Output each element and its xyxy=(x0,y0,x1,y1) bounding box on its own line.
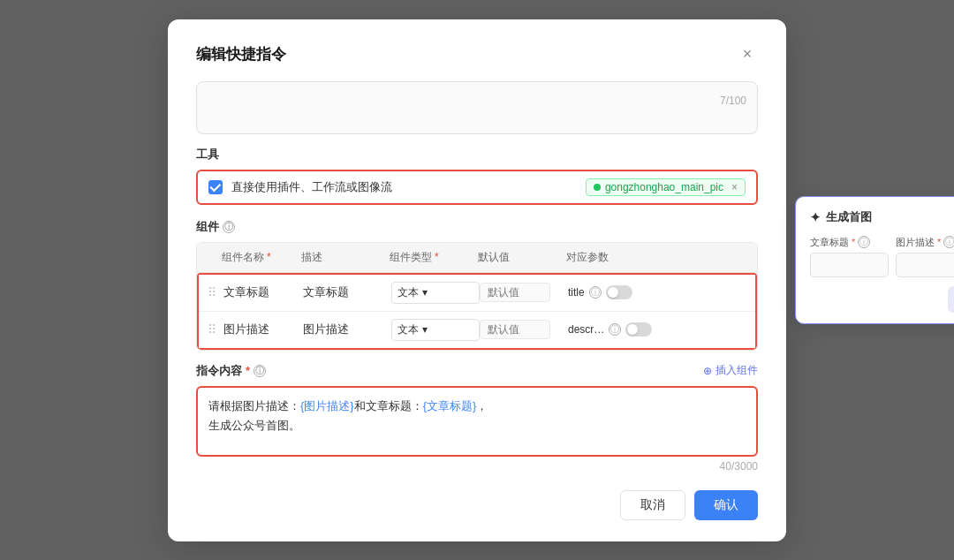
dialog-header: 编辑快捷指令 × xyxy=(196,44,758,65)
command-section: 指令内容 * ⓘ ⊕ 插入组件 请根据图片描述：{图片描述}和文章标题：{文章标… xyxy=(196,363,758,473)
components-info-icon[interactable]: ⓘ xyxy=(223,221,235,233)
command-prefix: 请根据图片描述： xyxy=(208,399,300,412)
col-name: 组件名称 * xyxy=(222,250,301,265)
floating-article-info[interactable]: ⓘ xyxy=(858,236,870,248)
row1-desc: 文章标题 xyxy=(303,284,391,300)
row2-param: descr… ⓘ xyxy=(568,322,746,337)
tool-checkbox-label: 直接使用插件、工作流或图像流 xyxy=(231,179,577,195)
dialog-footer: 取消 确认 xyxy=(196,490,758,520)
confirm-button[interactable]: 确认 xyxy=(694,490,758,520)
floating-article-field: 文章标题 * ⓘ xyxy=(810,236,889,277)
table-row: ⠿ 文章标题 文章标题 文本 ▾ title ⓘ xyxy=(199,275,755,312)
floating-article-input[interactable] xyxy=(810,253,889,277)
row1-param-info[interactable]: ⓘ xyxy=(589,286,602,299)
command-info-icon[interactable]: ⓘ xyxy=(254,365,266,377)
floating-image-input[interactable] xyxy=(896,253,954,277)
sparkle-icon: ✦ xyxy=(810,210,821,224)
tool-tag-dot xyxy=(594,184,601,191)
command-img-var: {图片描述} xyxy=(300,399,354,412)
floating-panel-title: ✦ 生成首图 xyxy=(810,209,872,225)
top-textarea-counter: 7/100 xyxy=(208,95,746,107)
command-label-row: 指令内容 * ⓘ ⊕ 插入组件 xyxy=(196,363,758,379)
row2-name: 图片描述 xyxy=(223,322,303,337)
floating-panel-header: ✦ 生成首图 × xyxy=(810,209,954,225)
dialog-title: 编辑快捷指令 xyxy=(196,44,286,64)
row1-toggle[interactable] xyxy=(606,285,632,299)
edit-shortcut-dialog: 编辑快捷指令 × 7/100 工具 直接使用插件、工作流或图像流 gongzho… xyxy=(168,19,786,541)
row2-default-input[interactable] xyxy=(480,320,550,339)
tool-checkbox[interactable] xyxy=(208,180,223,194)
command-section-label: 指令内容 * ⓘ xyxy=(196,363,266,379)
insert-component-button[interactable]: ⊕ 插入组件 xyxy=(703,363,758,378)
col-type: 组件类型 * xyxy=(390,250,478,265)
row1-type-select[interactable]: 文本 ▾ xyxy=(391,282,480,304)
drag-handle[interactable]: ⠿ xyxy=(208,322,223,337)
tools-section-label: 工具 xyxy=(196,147,758,163)
row2-param-info[interactable]: ⓘ xyxy=(609,323,621,336)
row1-name: 文章标题 xyxy=(223,284,303,300)
floating-image-info[interactable]: ⓘ xyxy=(943,236,954,248)
row2-desc: 图片描述 xyxy=(303,322,391,337)
table-row: ⠿ 图片描述 图片描述 文本 ▾ descr… ⓘ xyxy=(199,312,755,348)
row2-type-select[interactable]: 文本 ▾ xyxy=(391,319,480,341)
floating-fields: 文章标题 * ⓘ 图片描述 * ⓘ xyxy=(810,236,954,277)
floating-image-label: 图片描述 * ⓘ xyxy=(896,236,954,249)
top-textarea[interactable]: 7/100 xyxy=(196,81,758,134)
row2-toggle[interactable] xyxy=(625,322,652,337)
col-desc: 描述 xyxy=(301,250,390,265)
components-table: 组件名称 * 描述 组件类型 * 默认值 对应参数 ⠿ 文章标题 文章标题 xyxy=(196,242,758,351)
drag-handle[interactable]: ⠿ xyxy=(208,285,223,299)
col-param: 对应参数 xyxy=(566,250,748,265)
command-title-var: {文章标题} xyxy=(423,399,477,412)
tool-tag: gongzhonghao_main_pic × xyxy=(586,178,746,196)
tool-row: 直接使用插件、工作流或图像流 gongzhonghao_main_pic × xyxy=(196,170,758,205)
floating-send-area: ▶ xyxy=(810,286,954,313)
floating-panel: ✦ 生成首图 × 文章标题 * ⓘ 图片描述 * ⓘ xyxy=(795,196,954,324)
components-section: 组件 ⓘ 组件名称 * 描述 组件类型 * 默认值 对应参数 xyxy=(196,219,758,351)
floating-send-button[interactable]: ▶ xyxy=(948,286,954,313)
components-section-label: 组件 ⓘ xyxy=(196,219,758,235)
tool-tag-name: gongzhonghao_main_pic xyxy=(605,181,723,193)
command-mid: 和文章标题： xyxy=(354,399,423,412)
row1-default-input[interactable] xyxy=(480,283,550,302)
command-counter: 40/3000 xyxy=(196,460,758,473)
table-header: 组件名称 * 描述 组件类型 * 默认值 对应参数 xyxy=(197,243,757,273)
col-default: 默认值 xyxy=(478,250,566,265)
command-textarea[interactable]: 请根据图片描述：{图片描述}和文章标题：{文章标题}，生成公众号首图。 xyxy=(196,386,758,457)
tool-tag-close[interactable]: × xyxy=(731,181,738,193)
cancel-button[interactable]: 取消 xyxy=(620,490,685,520)
table-body: ⠿ 文章标题 文章标题 文本 ▾ title ⓘ ⠿ xyxy=(197,273,757,350)
floating-image-field: 图片描述 * ⓘ xyxy=(896,236,954,277)
floating-article-label: 文章标题 * ⓘ xyxy=(810,236,889,249)
row1-param: title ⓘ xyxy=(568,285,746,299)
close-button[interactable]: × xyxy=(737,44,758,65)
